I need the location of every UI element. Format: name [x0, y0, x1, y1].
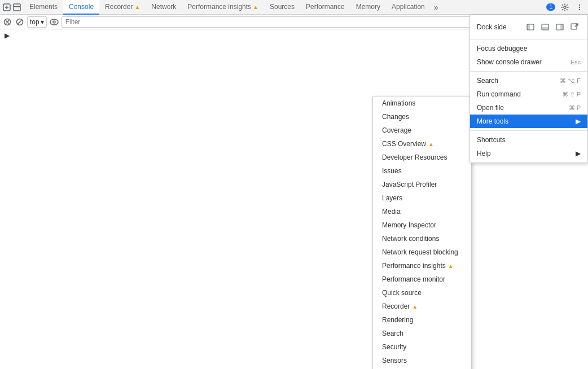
dock-right-button[interactable]	[554, 21, 566, 33]
perf-insights-submenu-beta-icon: ▲	[448, 263, 454, 269]
submenu-item-changes[interactable]: Changes	[373, 110, 471, 124]
svg-rect-13	[527, 24, 530, 30]
more-tools-arrow-icon: ▶	[576, 117, 581, 125]
more-tabs-button[interactable]: »	[431, 0, 442, 14]
tab-elements[interactable]: Elements	[24, 0, 63, 15]
help-item[interactable]: Help ▶	[470, 147, 587, 160]
svg-rect-17	[560, 24, 563, 30]
devtools-logo-icon[interactable]	[2, 3, 11, 12]
recorder-beta-icon: ▲	[134, 4, 140, 10]
notification-badge: 1	[546, 3, 555, 11]
context-dropdown-icon: ▾	[41, 18, 44, 26]
dock-side-row: Dock side	[470, 17, 587, 37]
show-console-drawer-shortcut: Esc	[571, 59, 581, 65]
submenu-item-coverage[interactable]: Coverage	[373, 124, 471, 137]
search-item[interactable]: Search ⌘ ⌥ F	[470, 74, 587, 87]
tab-application[interactable]: Application	[386, 0, 431, 15]
submenu-item-network-conditions[interactable]: Network conditions	[373, 232, 471, 245]
show-console-drawer-item[interactable]: Show console drawer Esc	[470, 55, 587, 69]
svg-rect-1	[14, 4, 20, 11]
open-file-item[interactable]: Open file ⌘ P	[470, 101, 587, 115]
submenu-item-search[interactable]: Search	[373, 327, 471, 340]
submenu-item-quick-source[interactable]: Quick source	[373, 286, 471, 300]
recorder-submenu-beta-icon: ▲	[412, 304, 418, 310]
run-command-item[interactable]: Run command ⌘ ⇧ P	[470, 87, 587, 101]
undock-button[interactable]	[568, 21, 581, 33]
submenu-item-performance-insights[interactable]: Performance insights ▲	[373, 259, 471, 273]
settings-button[interactable]	[559, 1, 571, 14]
dock-icon[interactable]	[12, 3, 21, 12]
right-arrow-icon: ▶	[5, 32, 10, 39]
stop-recording-button[interactable]	[15, 17, 25, 27]
tab-memory[interactable]: Memory	[350, 0, 386, 15]
tab-console[interactable]: Console	[63, 0, 99, 15]
help-arrow-icon: ▶	[576, 150, 581, 157]
svg-point-10	[50, 19, 58, 25]
context-selector[interactable]: top ▾	[27, 16, 47, 28]
submenu-item-issues[interactable]: Issues	[373, 164, 471, 178]
svg-point-4	[579, 4, 580, 5]
svg-point-6	[579, 8, 580, 10]
perf-insights-beta-icon: ▲	[253, 4, 258, 10]
submenu-item-performance-monitor[interactable]: Performance monitor	[373, 273, 471, 286]
svg-point-11	[53, 21, 55, 23]
tab-recorder[interactable]: Recorder ▲	[99, 0, 146, 15]
submenu-item-rendering[interactable]: Rendering	[373, 313, 471, 327]
tab-network[interactable]: Network	[146, 0, 182, 15]
more-options-button[interactable]	[573, 1, 586, 14]
svg-rect-18	[571, 24, 577, 29]
svg-line-9	[17, 20, 22, 24]
menu-section-1: Focus debuggee Show console drawer Esc	[470, 39, 587, 72]
devtools-window: Elements Console Recorder ▲ Network Perf…	[0, 0, 588, 369]
menu-section-2: Search ⌘ ⌥ F Run command ⌘ ⇧ P Open file…	[470, 72, 587, 131]
svg-rect-2	[14, 6, 20, 7]
open-file-shortcut: ⌘ P	[569, 104, 581, 112]
submenu-item-memory-inspector[interactable]: Memory Inspector	[373, 218, 471, 232]
more-tools-submenu: Animations Changes Coverage CSS Overview…	[372, 96, 472, 369]
tab-bar-right: 1	[544, 0, 588, 14]
submenu-item-media[interactable]: Media	[373, 205, 471, 218]
clear-console-button[interactable]	[2, 17, 12, 27]
svg-rect-15	[542, 27, 548, 30]
dock-side-section: Dock side	[470, 15, 587, 39]
submenu-item-javascript-profiler[interactable]: JavaScript Profiler	[373, 178, 471, 191]
submenu-item-network-request-blocking[interactable]: Network request blocking	[373, 245, 471, 259]
submenu-item-css-overview[interactable]: CSS Overview ▲	[373, 137, 471, 151]
shortcuts-item[interactable]: Shortcuts	[470, 133, 587, 147]
dock-side-label: Dock side	[477, 23, 522, 31]
dock-left-button[interactable]	[524, 21, 537, 33]
dock-bottom-button[interactable]	[539, 21, 551, 33]
tab-bar: Elements Console Recorder ▲ Network Perf…	[0, 0, 588, 15]
tab-performance[interactable]: Performance	[300, 0, 350, 15]
tab-sources[interactable]: Sources	[264, 0, 300, 15]
svg-point-5	[579, 6, 580, 7]
css-overview-beta-icon: ▲	[428, 141, 434, 147]
submenu-item-animations[interactable]: Animations	[373, 96, 471, 110]
submenu-item-developer-resources[interactable]: Developer Resources	[373, 151, 471, 164]
tab-bar-icons	[0, 0, 24, 14]
submenu-item-recorder[interactable]: Recorder ▲	[373, 300, 471, 313]
search-shortcut: ⌘ ⌥ F	[560, 77, 581, 85]
more-tools-item[interactable]: More tools ▶	[470, 115, 587, 128]
submenu-item-sensors[interactable]: Sensors	[373, 354, 471, 367]
menu-section-3: Shortcuts Help ▶	[470, 131, 587, 162]
svg-point-3	[564, 6, 566, 8]
tab-performance-insights[interactable]: Performance insights ▲	[182, 0, 264, 15]
focus-debuggee-item[interactable]: Focus debuggee	[470, 42, 587, 55]
context-label: top	[30, 18, 40, 26]
eye-icon[interactable]	[49, 17, 59, 27]
context-menu: Dock side	[469, 15, 588, 163]
submenu-item-layers[interactable]: Layers	[373, 191, 471, 205]
submenu-item-security[interactable]: Security	[373, 340, 471, 354]
run-command-shortcut: ⌘ ⇧ P	[562, 91, 581, 98]
